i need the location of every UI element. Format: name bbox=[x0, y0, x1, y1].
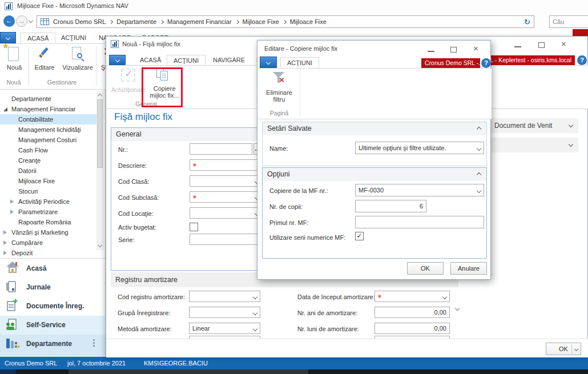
card-tab-navigare[interactable]: NAVIGARE bbox=[207, 55, 251, 65]
sidebar-item-departamente[interactable]: Departamente bbox=[0, 335, 106, 357]
help-icon[interactable]: ? bbox=[481, 58, 491, 68]
descriere-input[interactable]: * bbox=[190, 159, 262, 171]
tree-item[interactable]: Management Costuri bbox=[0, 135, 96, 145]
sidebar-item-documente-inreg[interactable]: + Documente Înreg. bbox=[0, 297, 106, 316]
options-header[interactable]: Opţiuni bbox=[263, 168, 486, 181]
maximize-icon[interactable] bbox=[450, 47, 457, 53]
scroll-down-icon[interactable] bbox=[98, 243, 102, 247]
nr-input[interactable] bbox=[190, 143, 252, 155]
data-inceput-dropdown[interactable]: * bbox=[374, 291, 450, 302]
copy-app-menu-button[interactable] bbox=[260, 57, 277, 68]
breadcrumb-item[interactable]: Departamente bbox=[116, 18, 156, 25]
factbox-collapse-icon[interactable] bbox=[569, 142, 573, 147]
tree-item[interactable]: Activităţi Periodice bbox=[0, 196, 96, 207]
card-tab-actiuni[interactable]: ACŢIUNI bbox=[167, 55, 206, 65]
sidebar-item-jurnale[interactable]: Jurnale bbox=[0, 278, 106, 297]
tree-item[interactable]: Cash Flow bbox=[0, 145, 96, 155]
serie-input[interactable] bbox=[190, 234, 262, 245]
tree-item[interactable]: Departamente bbox=[0, 94, 96, 104]
tree-item[interactable]: Parametrizare bbox=[0, 207, 96, 217]
dropdown-arrow-icon[interactable] bbox=[253, 295, 257, 299]
use-series-checkbox[interactable]: ✓ bbox=[355, 232, 364, 240]
minimize-icon[interactable] bbox=[514, 46, 521, 47]
history-caret-icon[interactable] bbox=[29, 18, 33, 23]
tree-item[interactable]: Management Financiar bbox=[0, 104, 96, 114]
tree-item[interactable]: Depozit bbox=[0, 248, 96, 258]
tree-item[interactable]: Cumpărare bbox=[0, 238, 96, 248]
factbox-header-2[interactable] bbox=[490, 138, 578, 152]
copies-input[interactable]: 6 bbox=[355, 200, 426, 212]
dropdown-arrow-icon[interactable] bbox=[477, 188, 481, 193]
refresh-icon[interactable]: ↻ bbox=[524, 18, 530, 26]
card-app-menu-button[interactable] bbox=[109, 55, 126, 65]
scroll-up-icon[interactable] bbox=[98, 94, 102, 98]
grupa-inregistrare-dropdown[interactable] bbox=[189, 307, 260, 318]
nr-ani-input[interactable]: 0,00 bbox=[374, 307, 450, 318]
tree-item[interactable]: Creanţe bbox=[0, 155, 96, 166]
maximize-icon[interactable] bbox=[538, 42, 545, 48]
cancel-button[interactable]: Anulare bbox=[450, 262, 487, 275]
sidebar-item-acasa[interactable]: Acasă bbox=[0, 259, 106, 278]
name-dropdown[interactable]: Ultimele opţiuni şi filtre utilizate. bbox=[355, 142, 484, 154]
tree-collapsed-icon[interactable] bbox=[3, 230, 7, 235]
nr-luni-input[interactable]: 0,00 bbox=[374, 323, 450, 334]
help-icon[interactable]: ? bbox=[577, 55, 587, 65]
status-user[interactable]: KMS\GEORGE.BACIU bbox=[144, 357, 208, 369]
activ-bugetat-checkbox[interactable] bbox=[190, 223, 198, 231]
cod-registru-dropdown[interactable] bbox=[189, 291, 260, 302]
tree-expanded-icon[interactable] bbox=[3, 107, 7, 111]
tree-collapsed-icon[interactable] bbox=[10, 210, 14, 214]
breadcrumb-item[interactable]: Cronus Demo SRL bbox=[53, 18, 106, 25]
saved-settings-header[interactable]: Setări Salvate bbox=[263, 122, 486, 135]
close-icon[interactable]: × bbox=[561, 39, 566, 49]
tree-item[interactable]: Datorii bbox=[0, 166, 96, 176]
cod-subclasa-dropdown[interactable]: * bbox=[190, 191, 262, 203]
status-company[interactable]: Cronus Demo SRL bbox=[5, 357, 57, 369]
breadcrumb-item[interactable]: Mijloace Fixe bbox=[243, 18, 279, 25]
content-scroll-down-icon[interactable] bbox=[455, 306, 460, 311]
search-input[interactable]: Cău bbox=[549, 15, 588, 28]
tree-collapsed-icon[interactable] bbox=[3, 251, 7, 255]
dropdown-arrow-icon[interactable] bbox=[477, 146, 481, 151]
ok-split-button[interactable]: OK bbox=[546, 343, 581, 355]
tree-item[interactable]: Rapoarte România bbox=[0, 217, 96, 227]
view-button[interactable]: Vizualizare bbox=[60, 46, 95, 78]
dropdown-arrow-icon[interactable] bbox=[253, 327, 257, 331]
factbox-collapse-icon[interactable] bbox=[569, 123, 573, 127]
breadcrumb[interactable]: Cronus Demo SRL Departamente Management … bbox=[37, 15, 534, 28]
tree-item-selected[interactable]: Contabilitate bbox=[0, 114, 96, 124]
tree-item[interactable]: Vânzări şi Marketing bbox=[0, 227, 96, 238]
forward-icon[interactable]: → bbox=[16, 15, 27, 27]
minimize-icon[interactable] bbox=[428, 51, 434, 52]
ok-label[interactable]: OK bbox=[559, 345, 568, 352]
dropdown-arrow-icon[interactable] bbox=[442, 295, 447, 299]
scrollbar-thumb[interactable] bbox=[97, 99, 103, 168]
metoda-amortizare-dropdown[interactable]: Linear bbox=[189, 323, 260, 334]
cod-locatie-dropdown[interactable] bbox=[190, 207, 262, 219]
tree-scrollbar[interactable] bbox=[96, 91, 104, 250]
edit-button[interactable]: Editare bbox=[30, 46, 59, 78]
tree-item[interactable]: Mijloace Fixe bbox=[0, 176, 96, 186]
breadcrumb-item[interactable]: Mijloace Fixe bbox=[290, 18, 327, 25]
pane-resize-grip[interactable] bbox=[93, 342, 95, 344]
tab-acasa[interactable]: ACASĂ bbox=[21, 33, 55, 43]
app-menu-button[interactable] bbox=[0, 32, 16, 43]
card-tab-acasa[interactable]: ACASĂ bbox=[134, 55, 167, 65]
ok-dropdown-icon[interactable] bbox=[574, 347, 578, 351]
breadcrumb-item[interactable]: Management Financiar bbox=[167, 18, 232, 25]
remove-filter-button[interactable]: × Eliminare filtru bbox=[262, 71, 296, 115]
first-number-input[interactable] bbox=[355, 216, 484, 228]
sidebar-item-self-service[interactable]: Self-Service bbox=[0, 316, 106, 335]
new-button[interactable]: * Nouă bbox=[1, 46, 27, 78]
collapse-icon[interactable] bbox=[477, 127, 481, 131]
close-icon[interactable]: × bbox=[473, 43, 478, 53]
status-date[interactable]: joi, 7 octombrie 2021 bbox=[67, 357, 126, 369]
dropdown-arrow-icon[interactable] bbox=[253, 311, 257, 315]
cod-clasa-dropdown[interactable] bbox=[190, 175, 262, 187]
collapse-icon[interactable] bbox=[477, 172, 481, 177]
back-icon[interactable]: ← bbox=[3, 15, 15, 27]
copy-from-dropdown[interactable]: MF-0030 bbox=[355, 184, 484, 196]
factbox-header[interactable]: Document de Venit bbox=[490, 118, 578, 133]
tree-collapsed-icon[interactable] bbox=[10, 199, 14, 204]
tab-actiuni[interactable]: ACŢIUNI bbox=[55, 33, 92, 43]
